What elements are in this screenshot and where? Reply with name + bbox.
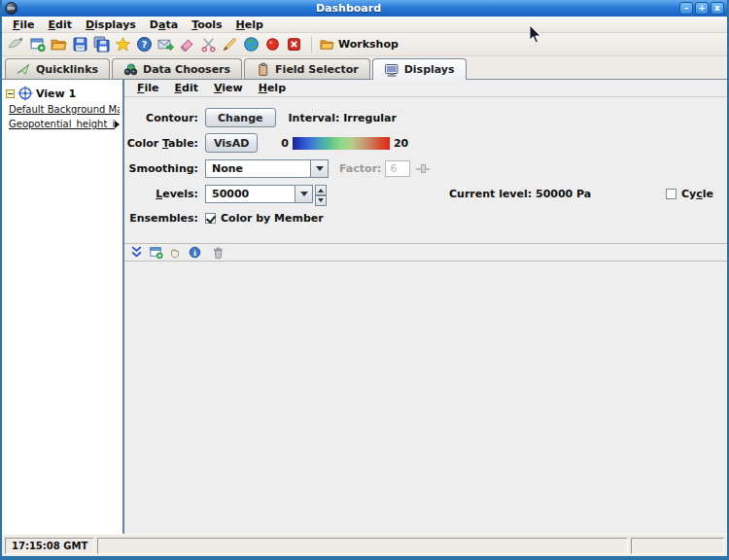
paper-plane-icon: [17, 62, 31, 77]
close-button[interactable]: x: [711, 2, 724, 15]
levels-dropdown-arrow[interactable]: [295, 186, 312, 202]
tree-item-label: Geopotential_height_is.: [9, 119, 115, 129]
factor-slider: [416, 164, 430, 173]
menu-edit[interactable]: Edit: [42, 18, 79, 31]
smoothing-value: None: [206, 160, 310, 177]
quicklink-sketch-button[interactable]: [7, 35, 25, 53]
tab-bar: Quicklinks Data Choosers Field Selector …: [2, 56, 727, 79]
tab-data-choosers-label: Data Choosers: [143, 63, 230, 76]
status-memory-area: [631, 538, 724, 554]
globe-button[interactable]: [242, 35, 260, 53]
cycle-checkbox-group[interactable]: Cycle: [666, 188, 713, 200]
remove-button[interactable]: [210, 245, 226, 261]
favorites-button[interactable]: [114, 35, 132, 53]
double-chevron-down-icon: [131, 246, 142, 259]
levels-spinner: [315, 185, 327, 203]
save-as-button[interactable]: [92, 35, 111, 53]
help-button[interactable]: ?: [135, 35, 154, 53]
menu-tools[interactable]: Tools: [185, 18, 228, 31]
collapse-button[interactable]: [128, 245, 144, 261]
view-crosshair-icon: [17, 86, 33, 101]
smoothing-combobox[interactable]: None: [205, 159, 329, 178]
levels-spinner-down[interactable]: [315, 195, 327, 206]
monitor-icon: [384, 62, 399, 78]
smoothing-dropdown-arrow[interactable]: [310, 160, 328, 177]
collapse-toggle-icon[interactable]: −: [6, 89, 15, 98]
menu-help[interactable]: Help: [229, 18, 270, 31]
display-mini-toolbar: i: [124, 243, 727, 262]
pencil-icon: [222, 36, 238, 52]
menu-displays[interactable]: Displays: [79, 18, 143, 31]
colorbar-max-label: 20: [394, 137, 408, 150]
current-level-text: Current level: 50000 Pa: [449, 188, 591, 200]
levels-value: 50000: [206, 186, 295, 202]
record-button[interactable]: [263, 35, 282, 53]
toolbar-separator: [311, 37, 312, 52]
eraser-button[interactable]: [178, 35, 196, 53]
clock-display: 17:15:08 GMT: [5, 538, 94, 554]
minimize-button[interactable]: –: [679, 2, 693, 15]
dashboard-window: IDV Dashboard – + x File Edit Displays D…: [0, 0, 729, 560]
colorbar-min-label: 0: [281, 137, 289, 150]
window-title: Dashboard: [17, 2, 679, 15]
contour-interval-text: Interval: Irregular: [289, 112, 397, 124]
move-button[interactable]: [167, 245, 183, 261]
display-menu-view[interactable]: View: [207, 82, 250, 94]
favorites-star-icon: [115, 36, 131, 52]
globe-icon: [243, 36, 260, 52]
binoculars-icon: [123, 62, 138, 77]
tab-displays[interactable]: Displays: [372, 58, 467, 80]
factor-label: Factor:: [339, 162, 381, 175]
tree-node-view1[interactable]: − View 1: [2, 85, 122, 102]
stop-button[interactable]: [285, 35, 303, 53]
ensembles-label: Ensembles:: [124, 212, 198, 225]
tree-item-default-background-maps[interactable]: Default Background Maps: [2, 102, 122, 117]
pencil-button[interactable]: [221, 35, 239, 53]
app-icon: IDV: [5, 2, 17, 15]
ensembles-row: Ensembles: Color by Member: [124, 206, 727, 229]
color-by-member-label: Color by Member: [221, 212, 324, 225]
tab-displays-label: Displays: [404, 63, 455, 76]
levels-spinner-up[interactable]: [315, 185, 327, 195]
color-table-visad-button[interactable]: VisAD: [205, 133, 258, 153]
save-icon: [72, 36, 88, 52]
main-toolbar: ? Workshop: [2, 33, 727, 56]
contour-row: Contour: Change Interval: Irregular: [124, 105, 727, 130]
maximize-button[interactable]: +: [695, 2, 709, 15]
cycle-checkbox[interactable]: [666, 189, 677, 199]
display-control-panel: File Edit View Help Contour: Change Inte…: [124, 80, 727, 534]
open-folder-button[interactable]: [50, 35, 68, 53]
tab-field-selector-label: Field Selector: [275, 63, 359, 76]
color-by-member-group[interactable]: Color by Member: [205, 212, 324, 225]
levels-combobox[interactable]: 50000: [205, 185, 313, 203]
display-menu-file[interactable]: File: [130, 82, 166, 94]
save-button[interactable]: [71, 35, 89, 53]
levels-row: Levels: 50000 Current level: 50000 Pa Cy…: [124, 181, 727, 206]
display-menu-help[interactable]: Help: [252, 82, 293, 94]
mouse-cursor: [529, 25, 541, 45]
contour-change-button[interactable]: Change: [205, 108, 276, 127]
tab-field-selector[interactable]: Field Selector: [244, 58, 370, 79]
workshop-button[interactable]: Workshop: [320, 37, 399, 52]
new-window-button[interactable]: [28, 35, 47, 53]
menu-data[interactable]: Data: [143, 18, 185, 31]
undock-button[interactable]: [148, 245, 163, 261]
cut-scissors-icon: [200, 36, 217, 52]
tab-quicklinks-label: Quicklinks: [36, 63, 98, 76]
view-tree-panel: − View 1 Default Background Maps Geopote…: [2, 80, 124, 534]
cut-button[interactable]: [199, 35, 218, 53]
menu-file[interactable]: File: [6, 18, 42, 31]
info-icon: i: [189, 246, 201, 259]
workshop-folder-icon: [320, 37, 334, 52]
info-button[interactable]: i: [187, 245, 202, 261]
color-by-member-checkbox[interactable]: [205, 213, 216, 224]
tab-quicklinks[interactable]: Quicklinks: [5, 58, 110, 79]
tab-data-choosers[interactable]: Data Choosers: [112, 58, 242, 79]
status-message-area: [97, 538, 628, 554]
tree-item-geopotential-height[interactable]: Geopotential_height_is.: [2, 117, 122, 131]
stop-icon: [286, 36, 302, 52]
main-area: − View 1 Default Background Maps Geopote…: [2, 79, 727, 534]
display-menu-edit[interactable]: Edit: [168, 82, 205, 94]
send-email-button[interactable]: [156, 35, 175, 53]
title-bar[interactable]: IDV Dashboard – + x: [2, 0, 727, 17]
